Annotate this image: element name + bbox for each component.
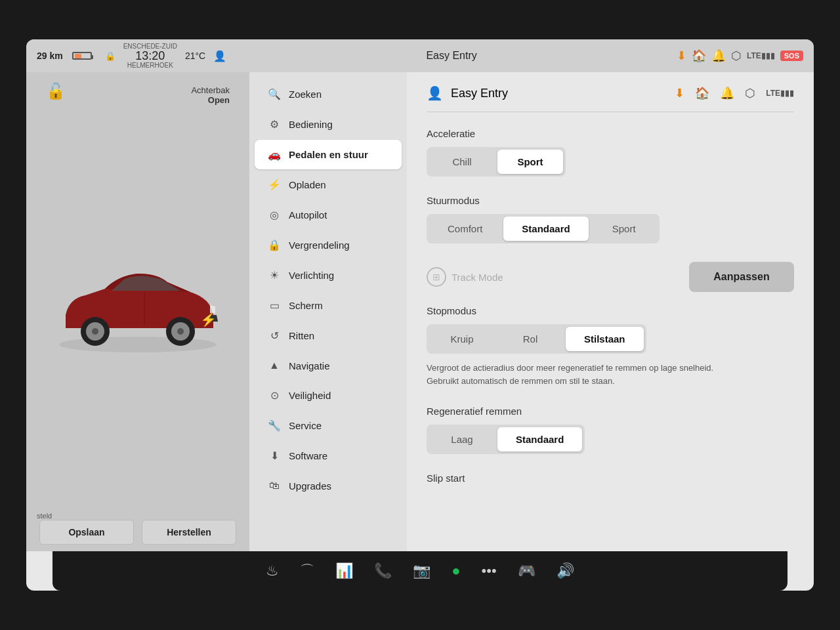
camera-icon[interactable]: 📷 bbox=[413, 562, 430, 579]
trunk-label: Achterbak bbox=[191, 85, 230, 95]
acceleratie-section: Acceleratie Chill Sport bbox=[427, 128, 794, 177]
content-bell-icon: 🔔 bbox=[720, 86, 734, 100]
sos-badge: SOS bbox=[780, 51, 803, 61]
sidebar-item-pedalen[interactable]: 🚗 Pedalen en stuur bbox=[255, 140, 402, 169]
sidebar-item-navigatie[interactable]: ▲ Navigatie bbox=[255, 351, 402, 380]
stopmodus-toggle: Kruip Rol Stilstaan bbox=[427, 324, 646, 354]
track-mode-text: Track Mode bbox=[452, 272, 503, 283]
regeneratief-standaard-btn[interactable]: Standaard bbox=[497, 427, 582, 452]
sidebar-item-autopilot[interactable]: ◎ Autopilot bbox=[255, 200, 402, 230]
sidebar-item-verlichting[interactable]: ☀ Verlichting bbox=[255, 261, 402, 290]
more-icon[interactable]: ••• bbox=[482, 562, 497, 579]
lock-icon: 🔒 bbox=[268, 239, 281, 251]
settings-icon: ⚙ bbox=[268, 118, 281, 131]
sidebar-label-verlichting: Verlichting bbox=[289, 270, 334, 281]
profile-header: 👤 Easy Entry ⬇ 🏠 🔔 ⬡ LTE▮▮▮ bbox=[427, 85, 794, 112]
regeneratief-laag-btn[interactable]: Laag bbox=[429, 427, 495, 452]
status-icons-group: ⬇ 🏠 🔔 ⬡ LTE▮▮▮ SOS bbox=[677, 49, 803, 63]
heat-icon[interactable]: ♨ bbox=[266, 562, 279, 579]
sidebar-item-opladen[interactable]: ⚡ Opladen bbox=[255, 170, 402, 200]
content-home-icon: 🏠 bbox=[695, 86, 709, 100]
stopmodus-section: Stopmodus Kruip Rol Stilstaan Vergroot d… bbox=[427, 305, 794, 387]
bottom-status-text: steld bbox=[37, 512, 52, 520]
phone-icon[interactable]: 📞 bbox=[374, 562, 392, 579]
sidebar-item-veiligheid[interactable]: ⊙ Veiligheid bbox=[255, 381, 402, 410]
taskbar: ♨ ⌒ 📊 📞 📷 ● ••• 🎮 🔊 bbox=[52, 551, 788, 591]
content-panel: 👤 Easy Entry ⬇ 🏠 🔔 ⬡ LTE▮▮▮ Acceleratie … bbox=[407, 72, 814, 551]
bell-icon: 🔔 bbox=[711, 49, 726, 63]
track-mode-icon: ⊞ bbox=[427, 267, 446, 287]
sublocation-label: HELMERHOEK bbox=[127, 62, 173, 69]
save-button[interactable]: Opslaan bbox=[39, 520, 134, 545]
sidebar-item-zoeken[interactable]: 🔍 Zoeken bbox=[255, 79, 402, 109]
stopmodus-rol-btn[interactable]: Rol bbox=[497, 327, 563, 351]
stuurmodus-comfort-btn[interactable]: Comfort bbox=[429, 217, 501, 241]
software-download-icon: ⬇ bbox=[268, 450, 281, 462]
content-header-icons: ⬇ 🏠 🔔 ⬡ LTE▮▮▮ bbox=[675, 86, 794, 100]
stuurmodus-sport-btn[interactable]: Sport bbox=[591, 217, 657, 241]
sidebar-item-vergrendeling[interactable]: 🔒 Vergrendeling bbox=[255, 230, 402, 260]
stuurmodus-toggle: Comfort Standaard Sport bbox=[427, 214, 660, 243]
sidebar-item-upgrades[interactable]: 🛍 Upgrades bbox=[255, 471, 402, 500]
car-image: ⚡ bbox=[46, 246, 230, 377]
sidebar-item-scherm[interactable]: ▭ Scherm bbox=[255, 291, 402, 320]
sidebar-label-ritten: Ritten bbox=[289, 330, 314, 341]
stopmodus-description: Vergroot de actieradius door meer regene… bbox=[427, 362, 728, 387]
stopmodus-kruip-btn[interactable]: Kruip bbox=[429, 327, 495, 351]
bottom-buttons: Opslaan Herstellen bbox=[26, 520, 249, 545]
car-lock-icon: 🔓 bbox=[46, 82, 66, 100]
acceleratie-toggle: Chill Sport bbox=[427, 147, 566, 177]
trunk-open: Open bbox=[191, 95, 230, 105]
lte-icon: LTE▮▮▮ bbox=[747, 51, 775, 60]
light-icon: ☀ bbox=[268, 269, 281, 282]
games-icon[interactable]: 🎮 bbox=[518, 562, 536, 579]
svg-point-4 bbox=[92, 328, 98, 335]
sidebar-item-bediening[interactable]: ⚙ Bediening bbox=[255, 110, 402, 139]
sidebar-label-software: Software bbox=[289, 450, 327, 461]
slip-start-section: Slip start bbox=[427, 472, 794, 484]
sidebar-label-upgrades: Upgrades bbox=[289, 480, 331, 492]
upgrades-icon: 🛍 bbox=[268, 480, 281, 492]
sidebar-label-scherm: Scherm bbox=[289, 300, 323, 311]
download-icon: ⬇ bbox=[677, 49, 686, 63]
sidebar-label-veiligheid: Veiligheid bbox=[289, 390, 331, 401]
car-icon: 🚗 bbox=[268, 148, 281, 161]
wrench-icon: 🔧 bbox=[268, 419, 281, 432]
sidebar-item-service[interactable]: 🔧 Service bbox=[255, 411, 402, 440]
regeneratief-section: Regeneratief remmen Laag Standaard bbox=[427, 406, 794, 454]
acceleratie-sport-btn[interactable]: Sport bbox=[497, 150, 563, 174]
sidebar: 🔍 Zoeken ⚙ Bediening 🚗 Pedalen en stuur … bbox=[249, 72, 407, 551]
svg-point-0 bbox=[59, 337, 217, 352]
wiper-icon[interactable]: ⌒ bbox=[300, 561, 314, 581]
status-bar-title: Easy Entry bbox=[234, 50, 669, 62]
reset-button[interactable]: Herstellen bbox=[142, 520, 236, 545]
spotify-icon[interactable]: ● bbox=[452, 562, 460, 579]
chart-icon[interactable]: 📊 bbox=[335, 562, 353, 579]
stuurmodus-standaard-btn[interactable]: Standaard bbox=[503, 217, 588, 241]
sidebar-item-ritten[interactable]: ↺ Ritten bbox=[255, 321, 402, 350]
time-display: 13:20 bbox=[135, 50, 165, 62]
stopmodus-stilstaan-btn[interactable]: Stilstaan bbox=[566, 327, 644, 351]
stuurmodus-title: Stuurmodus bbox=[427, 195, 794, 206]
svg-point-7 bbox=[177, 328, 184, 335]
status-bar: 29 km 🔒 ENSCHEDE-ZUID 13:20 HELMERHOEK 2… bbox=[26, 39, 814, 72]
aanpassen-button[interactable]: Aanpassen bbox=[689, 262, 794, 292]
sidebar-label-zoeken: Zoeken bbox=[289, 89, 322, 100]
content-lte-icon: LTE▮▮▮ bbox=[766, 89, 794, 98]
volume-icon[interactable]: 🔊 bbox=[556, 562, 574, 579]
sidebar-label-vergrendeling: Vergrendeling bbox=[289, 240, 350, 251]
acceleratie-chill-btn[interactable]: Chill bbox=[429, 150, 495, 174]
screen-icon: ▭ bbox=[268, 299, 281, 312]
stopmodus-title: Stopmodus bbox=[427, 305, 794, 316]
person-icon: 👤 bbox=[213, 50, 226, 62]
battery-indicator bbox=[72, 52, 92, 60]
acceleratie-title: Acceleratie bbox=[427, 128, 794, 139]
content-bt-icon: ⬡ bbox=[745, 86, 755, 100]
sidebar-item-software[interactable]: ⬇ Software bbox=[255, 441, 402, 471]
bluetooth-icon: ⬡ bbox=[731, 49, 742, 63]
track-mode-row: ⊞ Track Mode Aanpassen bbox=[427, 262, 794, 292]
sidebar-label-opladen: Opladen bbox=[289, 179, 326, 190]
stuurmodus-section: Stuurmodus Comfort Standaard Sport bbox=[427, 195, 794, 243]
car-panel: Achterbak Open 🔓 bbox=[26, 72, 249, 551]
main-area: Achterbak Open 🔓 bbox=[26, 72, 814, 551]
